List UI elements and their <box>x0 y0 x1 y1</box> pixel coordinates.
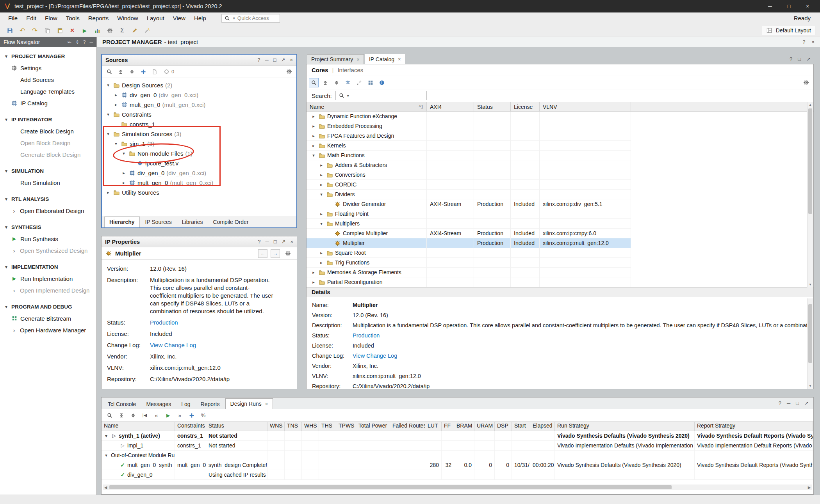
catalog-row[interactable]: ▸Dynamic Function eXchange <box>307 112 631 121</box>
source-tree-item-non-module-files[interactable]: ▾Non-module Files(1) <box>102 149 296 158</box>
sources-tab-hierarchy[interactable]: Hierarchy <box>104 217 140 227</box>
close-tab-icon[interactable]: × <box>357 57 360 62</box>
step-back-icon[interactable]: |◀ <box>140 411 150 420</box>
catalog-row[interactable]: ▸Square Root <box>307 248 631 258</box>
sidebar-item-open-synthesized-design[interactable]: ›Open Synthesized Design <box>0 245 96 256</box>
save-button[interactable] <box>5 25 15 35</box>
minimize-button[interactable]: ─ <box>761 1 779 11</box>
column-header-constraints[interactable]: Constraints <box>175 422 206 431</box>
source-tree-item-constraints[interactable]: ▾Constraints <box>102 110 296 119</box>
menu-flow[interactable]: Flow <box>41 13 62 23</box>
sidebar-section-rtl-analysis[interactable]: ▾RTL ANALYSIS <box>0 193 96 205</box>
tree-expand-icon[interactable]: ▸ <box>318 182 324 187</box>
tree-expand-icon[interactable]: ▾ <box>105 112 111 117</box>
sources-tab-libraries[interactable]: Libraries <box>177 217 208 227</box>
help-button[interactable]: ? <box>83 39 86 45</box>
column-header-vlnv[interactable]: VLNV <box>540 102 631 111</box>
tree-expand-icon[interactable]: ▸ <box>310 124 317 129</box>
column-header-ths[interactable]: THS <box>319 422 336 431</box>
scrollbar-thumb[interactable] <box>808 304 812 363</box>
source-tree-item-mult-gen-0[interactable]: ▸mult_gen_0(mult_gen_0.xci) <box>102 178 296 188</box>
ip-properties-header[interactable]: IP Properties ?─□↗× <box>102 236 297 247</box>
source-tree-item-div-gen-0[interactable]: ▸div_gen_0(div_gen_0.xci) <box>102 168 296 178</box>
sidebar-section-ip-integrator[interactable]: ▾IP INTEGRATOR <box>0 114 96 125</box>
maximize-button[interactable]: □ <box>273 57 276 63</box>
column-header-start[interactable]: Start <box>512 422 530 431</box>
view-interfaces[interactable]: Interfaces <box>337 67 363 73</box>
scrollbar-thumb[interactable] <box>808 108 812 214</box>
design-run-row-mult-gen-0-synth-1[interactable]: ✓mult_gen_0_synth_1mult_gen_0synth_desig… <box>102 460 813 470</box>
sidebar-item-create-block-design[interactable]: Create Block Design <box>0 125 96 137</box>
chart-button[interactable] <box>92 25 102 35</box>
details-value-link[interactable]: View Change Log <box>353 352 397 360</box>
layout-selector[interactable]: Default Layout <box>762 26 815 35</box>
close-button[interactable]: × <box>290 57 293 63</box>
column-header-tns[interactable]: TNS <box>285 422 302 431</box>
copy-button[interactable] <box>42 25 52 35</box>
tree-expand-icon[interactable]: ▾ <box>103 453 109 458</box>
design-run-row-impl-1[interactable]: ▷impl_1constrs_1Not startedVivado Implem… <box>102 441 813 451</box>
minimize-button[interactable]: ─ <box>265 57 268 63</box>
design-run-row-synth-1-active[interactable]: ▾▷synth_1 (active)constrs_1Not startedVi… <box>102 431 813 441</box>
menu-help[interactable]: Help <box>190 13 210 23</box>
column-header-name[interactable]: Name^1 <box>307 102 427 111</box>
column-header-status[interactable]: Status <box>474 102 511 111</box>
sidebar-section-synthesis[interactable]: ▾SYNTHESIS <box>0 221 96 233</box>
tree-expand-icon[interactable]: ▾ <box>121 151 127 156</box>
catalog-row[interactable]: Divider GeneratorAXI4-StreamProductionIn… <box>307 199 631 209</box>
tree-expand-icon[interactable]: ▸ <box>121 170 127 176</box>
expand-all-icon[interactable] <box>127 67 137 76</box>
sidebar-item-add-sources[interactable]: Add Sources <box>0 74 96 85</box>
menu-view[interactable]: View <box>169 13 190 23</box>
add-icon[interactable] <box>138 67 148 76</box>
tab-tcl-console[interactable]: Tcl Console <box>103 399 141 409</box>
maximize-button[interactable]: □ <box>780 1 797 11</box>
column-header-elapsed[interactable]: Elapsed <box>530 422 555 431</box>
sources-panel-header[interactable]: Sources ?─□↗× <box>102 55 296 66</box>
run-icon[interactable]: ▶ <box>163 411 173 420</box>
sidebar-item-open-implemented-design[interactable]: ›Open Implemented Design <box>0 284 96 296</box>
sidebar-item-ip-catalog[interactable]: IP Catalog <box>0 97 96 109</box>
edit-button[interactable] <box>130 25 140 35</box>
wrench-icon[interactable] <box>354 78 364 87</box>
catalog-row[interactable]: ▸CORDIC <box>307 180 631 190</box>
tree-expand-icon[interactable]: ▾ <box>113 141 119 146</box>
float-button[interactable]: ↗ <box>806 56 811 62</box>
sidebar-item-generate-block-design[interactable]: Generate Block Design <box>0 149 96 160</box>
sidebar-section-implementation[interactable]: ▾IMPLEMENTATION <box>0 261 96 273</box>
forward-button[interactable]: → <box>271 249 280 258</box>
tree-expand-icon[interactable]: ▸ <box>105 190 111 195</box>
sidebar-item-open-block-design[interactable]: Open Block Design <box>0 137 96 149</box>
minimize-button[interactable]: ─ <box>265 239 269 245</box>
scrollbar-thumb[interactable] <box>109 485 672 489</box>
catalog-row[interactable]: ▸Embedded Processing <box>307 121 631 131</box>
scroll-down-icon[interactable]: ▼ <box>808 383 813 389</box>
close-tab-icon[interactable]: × <box>265 401 268 407</box>
help-button[interactable]: ? <box>779 400 781 406</box>
menu-reports[interactable]: Reports <box>84 13 113 23</box>
column-header-wns[interactable]: WNS <box>267 422 285 431</box>
column-header-license[interactable]: License <box>511 102 540 111</box>
menu-file[interactable]: File <box>4 13 22 23</box>
sidebar-section-program-and-debug[interactable]: ▾PROGRAM AND DEBUG <box>0 301 96 312</box>
sum-button[interactable]: Σ <box>117 25 127 35</box>
float-button[interactable]: ↗ <box>282 239 286 245</box>
paste-button[interactable] <box>55 25 65 35</box>
catalog-row[interactable]: ▸Floating Point <box>307 209 631 219</box>
tab-reports[interactable]: Reports <box>196 399 225 409</box>
column-header-total-power[interactable]: Total Power <box>356 422 390 431</box>
catalog-row[interactable]: ▸Kernels <box>307 141 631 151</box>
details-value-link[interactable]: Production <box>353 332 380 339</box>
column-header-name[interactable]: Name <box>102 422 175 431</box>
percent-icon[interactable]: % <box>198 411 208 420</box>
tab-ip-catalog[interactable]: IP Catalog× <box>365 54 405 64</box>
sidebar-item-run-implementation[interactable]: ▶Run Implementation <box>0 273 96 284</box>
tab-messages[interactable]: Messages <box>141 399 176 409</box>
delete-button[interactable]: × <box>67 25 77 35</box>
source-tree-item-div-gen-0[interactable]: ▸div_gen_0(div_gen_0.xci) <box>102 90 296 100</box>
tree-expand-icon[interactable]: ▸ <box>121 180 127 185</box>
expand-all-icon[interactable] <box>128 411 138 420</box>
design-run-row-out-of-context-module-runs[interactable]: ▾Out-of-Context Module Runs <box>102 451 813 460</box>
sources-settings-button[interactable] <box>284 67 294 76</box>
tree-expand-icon[interactable]: ▾ <box>310 153 317 158</box>
